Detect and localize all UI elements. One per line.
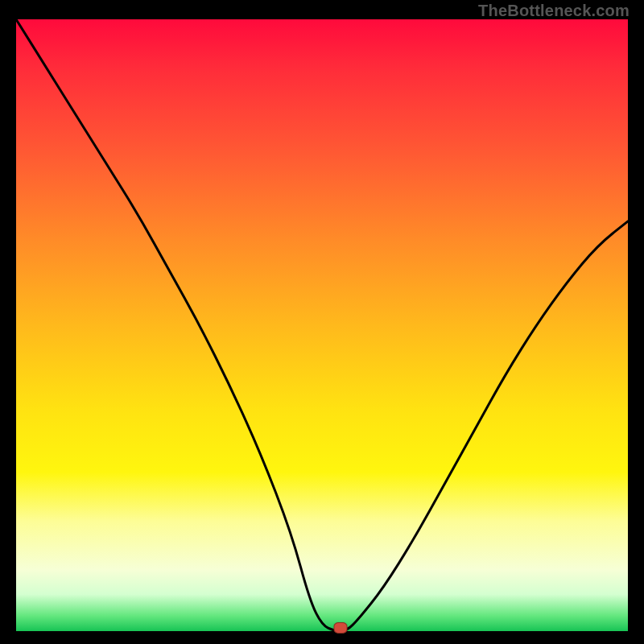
- curve-path: [16, 19, 628, 631]
- plot-area: [16, 19, 628, 631]
- optimal-point-marker: [333, 622, 347, 634]
- chart-frame: TheBottleneck.com: [0, 0, 644, 644]
- bottleneck-curve: [16, 19, 628, 631]
- watermark-text: TheBottleneck.com: [478, 2, 630, 20]
